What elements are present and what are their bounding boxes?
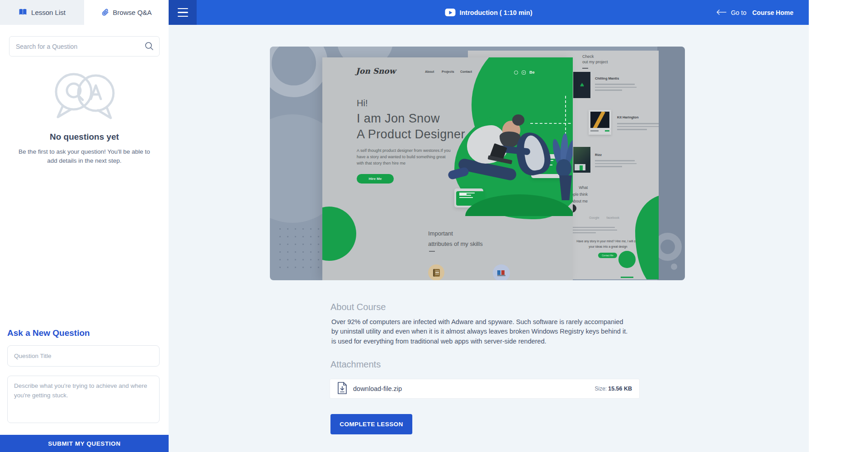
home-link-prefix: Go to: [731, 9, 746, 16]
about-course-text: Over 92% of computers are infected with …: [331, 317, 631, 346]
poster-logo: Jon Snow: [356, 66, 396, 75]
left-arrow-icon: [716, 9, 726, 16]
paperclip-icon: [101, 8, 109, 17]
poster-project-thumb: [573, 147, 590, 173]
poster-decor: [565, 96, 566, 135]
play-icon: [445, 9, 455, 16]
poster-decor: [270, 47, 328, 97]
dribbble-icon: [514, 71, 518, 75]
workstation-icon: [493, 264, 510, 280]
poster-decor: [657, 47, 685, 280]
empty-state-title: No questions yet: [0, 132, 169, 142]
lesson-video-poster[interactable]: Check out my project ♥ Chilling Mantis K…: [270, 47, 685, 280]
attachments-heading: Attachments: [330, 359, 381, 370]
lesson-title: Introduction ( 1:10 min): [459, 9, 532, 16]
poster-social-icons: Be: [514, 70, 535, 75]
poster-decor: [582, 68, 588, 69]
poster-decor: [429, 251, 435, 252]
poster-description: A self thought product designer from wes…: [357, 148, 452, 167]
poster-nav-item: Contact: [460, 70, 472, 73]
poster-hero-screen: Jon Snow About Projects Contact Be Hi! I…: [322, 57, 573, 280]
poster-project-thumb: ♥: [573, 72, 590, 98]
qa-sidebar: Lesson List Browse Q&A: [0, 0, 169, 452]
poster-projects-heading: Check: [582, 54, 594, 59]
poster-headline: A Product Designer: [357, 127, 465, 141]
question-details-textarea[interactable]: [7, 376, 160, 423]
sidebar-tabs: Lesson List Browse Q&A: [0, 0, 169, 25]
poster-decor: [322, 207, 356, 261]
poster-greeting: Hi!: [357, 98, 368, 108]
qa-speech-bubbles-icon: [0, 70, 169, 124]
go-to-course-home-link[interactable]: Go toCourse Home: [716, 0, 793, 25]
book-icon: [19, 9, 27, 17]
behance-icon: Be: [529, 70, 535, 75]
poster-decor: [570, 227, 619, 235]
instagram-icon: [522, 71, 526, 75]
poster-skills-heading: Important: [428, 230, 453, 237]
attachment-row[interactable]: download-file.zip Size:15.56 KB: [330, 379, 640, 399]
question-search: [9, 36, 160, 56]
about-course-heading: About Course: [330, 302, 386, 312]
poster-skills-heading: attributes of my skills: [428, 240, 483, 247]
poster-nav-item: Projects: [442, 70, 454, 73]
tab-label: Browse Q&A: [113, 9, 152, 16]
poster-plant: [556, 159, 571, 177]
attachment-size: Size:15.56 KB: [595, 386, 632, 392]
complete-lesson-button[interactable]: COMPLETE LESSON: [330, 414, 412, 434]
attachment-size-label: Size:: [595, 386, 607, 392]
poster-decor: [618, 251, 636, 268]
poster-project-title: Rizz: [595, 153, 602, 157]
tab-label: Lesson List: [31, 9, 66, 16]
tab-browse-qa[interactable]: Browse Q&A: [84, 0, 169, 25]
poster-project-title: Kit Harington: [617, 115, 639, 119]
submit-question-button[interactable]: SUBMIT MY QUESTION: [0, 435, 169, 452]
empty-state-description: Be the first to ask your question! You'l…: [14, 147, 155, 166]
poster-decor: [595, 84, 637, 93]
home-link-label: Course Home: [752, 9, 793, 16]
ask-question-form: Ask a New Question: [7, 328, 160, 425]
poster-project-thumb: [589, 110, 611, 135]
notebook-icon: [428, 264, 444, 280]
hamburger-menu-button[interactable]: [169, 0, 197, 25]
lesson-content: Check out my project ♥ Chilling Mantis K…: [169, 25, 809, 452]
attachment-size-value: 15.56 KB: [608, 386, 632, 392]
poster-hire-me-button: Hire Me: [357, 174, 394, 184]
lesson-title-wrap: Introduction ( 1:10 min): [445, 0, 532, 25]
poster-decor: [621, 277, 633, 278]
qa-empty-state: No questions yet Be the first to ask you…: [0, 70, 169, 166]
poster-contact-button: Contact Me: [598, 253, 617, 258]
poster-decor: [617, 123, 659, 132]
poster-project-title: Chilling Mantis: [595, 76, 619, 80]
poster-decor: [512, 114, 524, 126]
download-file-icon: [337, 382, 347, 396]
poster-headline: I am Jon Snow: [357, 112, 440, 126]
question-search-input[interactable]: [9, 36, 160, 56]
topbar: Introduction ( 1:10 min) Go toCourse Hom…: [169, 0, 809, 25]
lesson-page: Lesson List Browse Q&A: [0, 0, 809, 452]
poster-decor: [671, 264, 677, 270]
poster-decor: [635, 194, 659, 279]
ask-question-heading: Ask a New Question: [7, 328, 160, 338]
tab-lesson-list[interactable]: Lesson List: [0, 0, 84, 25]
poster-nav-item: About: [425, 70, 434, 73]
poster-decor: [595, 160, 637, 169]
attachment-name[interactable]: download-file.zip: [353, 385, 402, 392]
question-title-input[interactable]: [7, 345, 160, 367]
poster-decor: [530, 123, 573, 124]
poster-projects-heading: out my project: [582, 60, 608, 64]
poster-brands: Google facebook: [589, 216, 619, 219]
search-icon[interactable]: [145, 42, 154, 52]
